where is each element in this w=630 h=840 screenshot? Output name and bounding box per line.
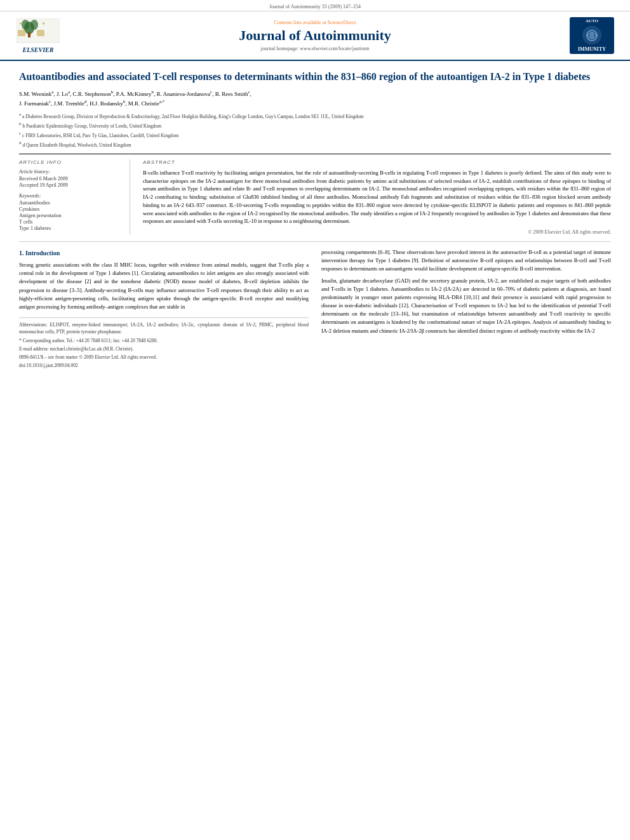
intro-paragraph-1: Strong genetic associations with the cla… — [19, 261, 309, 311]
sciencedirect-line: Contents lists available at ScienceDirec… — [64, 20, 566, 25]
doi-footnote: doi:10.1016/j.jaut.2009.04.002 — [19, 362, 309, 369]
immunity-logo-text: IMMUNITY — [578, 46, 606, 52]
svg-point-3 — [22, 20, 29, 30]
page: Journal of Autoimmunity 33 (2009) 147–15… — [0, 0, 630, 840]
intro-heading: 1. Introduction — [19, 248, 309, 258]
affiliation-d: d d Queen Elizabeth Hospital, Woolwich, … — [19, 140, 611, 149]
article-history: Article history: Received 6 March 2009 A… — [19, 169, 122, 188]
journal-title: Journal of Autoimmunity — [64, 27, 566, 44]
autoimmunity-logo-box: AUTO IMMUNITY — [570, 17, 614, 54]
article-content: Autoantibodies and associated T-cell res… — [0, 61, 630, 377]
body-left-column: 1. Introduction Strong genetic associati… — [19, 248, 309, 371]
authors-line: S.M. Weeninka, J. Loa, C.R. Stephensonb,… — [19, 89, 611, 109]
svg-rect-6 — [37, 30, 44, 36]
affiliation-a: a a Diabetes Research Group, Division of… — [19, 112, 611, 120]
svg-point-11 — [589, 33, 594, 38]
body-right-column: processing compartments [6–8]. These obs… — [321, 248, 611, 371]
elsevier-logo-svg: ★ ★ — [17, 18, 60, 45]
elsevier-text: ELSEVIER — [23, 46, 54, 53]
keyword-tcells: T cells — [19, 219, 122, 225]
article-title: Autoantibodies and associated T-cell res… — [19, 70, 611, 84]
journal-homepage: journal homepage: www.elsevier.com/locat… — [64, 46, 566, 51]
keyword-antigen: Antigen presentation — [19, 213, 122, 218]
journal-header: ★ ★ ELSEVIER Contents lists available at… — [0, 11, 630, 61]
corresponding-footnote: * Corresponding author. Tel.: +44 20 784… — [19, 337, 309, 344]
keyword-cytokines: Cytokines — [19, 206, 122, 212]
copyright-line: © 2009 Elsevier Ltd. All rights reserved… — [143, 229, 611, 235]
affiliation-b: b b Paediatric Epidemiology Group, Unive… — [19, 121, 611, 130]
info-abstract-section: ARTICLE INFO Article history: Received 6… — [19, 154, 611, 235]
issn-footnote: 0896-8411/$ – see front matter © 2009 El… — [19, 354, 309, 361]
author-weenink: S.M. Weeninka, J. Loa, C.R. Stephensonb,… — [19, 91, 251, 97]
svg-text:★: ★ — [19, 22, 22, 25]
svg-rect-5 — [18, 30, 25, 36]
elsevier-logo: ★ ★ ELSEVIER — [13, 17, 64, 55]
affiliation-c: c c FIRS Laboratories, RSR Ltd, Parc Ty … — [19, 131, 611, 139]
author-furmaniak: J. Furmaniakc, J.M. Trembled, H.J. Bodan… — [19, 100, 164, 107]
keywords-section: Keywords: Autoantibodies Cytokines Antig… — [19, 193, 122, 231]
keyword-autoantibodies: Autoantibodies — [19, 200, 122, 206]
abbreviations-footnote: Abbreviations: ELISPOT, enzyme-linked im… — [19, 321, 309, 336]
journal-ref-text: Journal of Autoimmunity 33 (2009) 147–15… — [269, 4, 361, 10]
section-divider — [19, 241, 611, 242]
history-label: Article history: — [19, 169, 122, 175]
article-info-heading: ARTICLE INFO — [19, 159, 122, 165]
logo-circle-graphic — [582, 26, 601, 44]
affiliations: a a Diabetes Research Group, Division of… — [19, 112, 611, 149]
journal-reference-bar: Journal of Autoimmunity 33 (2009) 147–15… — [0, 0, 630, 11]
auto-logo-text: AUTO — [586, 19, 598, 24]
svg-rect-4 — [28, 32, 30, 37]
svg-text:★: ★ — [42, 22, 45, 25]
received-date: Received 6 March 2009 — [19, 176, 122, 182]
body-columns: 1. Introduction Strong genetic associati… — [19, 248, 611, 371]
keyword-type1: Type 1 diabetes — [19, 225, 122, 231]
accepted-date: Accepted 19 April 2009 — [19, 182, 122, 188]
svg-point-2 — [30, 20, 38, 30]
email-footnote: E-mail address: michael.christie@kcl.ac.… — [19, 345, 309, 352]
autoimmunity-logo: AUTO IMMUNITY — [566, 17, 617, 55]
journal-center: Contents lists available at ScienceDirec… — [64, 20, 566, 51]
abstract-body: B-cells influence T-cell reactivity by f… — [143, 169, 611, 225]
intro-paragraph-2: processing compartments [6–8]. These obs… — [321, 248, 611, 274]
sciencedirect-link-text: ScienceDirect — [328, 20, 356, 25]
article-info-column: ARTICLE INFO Article history: Received 6… — [19, 159, 130, 235]
intro-paragraph-3: Insulin, glutamate decarboxylase (GAD) a… — [321, 277, 611, 335]
abstract-heading: ABSTRACT — [143, 159, 611, 165]
abstract-column: ABSTRACT B-cells influence T-cell reacti… — [143, 159, 611, 235]
contents-text: Contents lists available at — [274, 20, 326, 25]
footnote-area: Abbreviations: ELISPOT, enzyme-linked im… — [19, 317, 309, 370]
keywords-label: Keywords: — [19, 193, 122, 199]
